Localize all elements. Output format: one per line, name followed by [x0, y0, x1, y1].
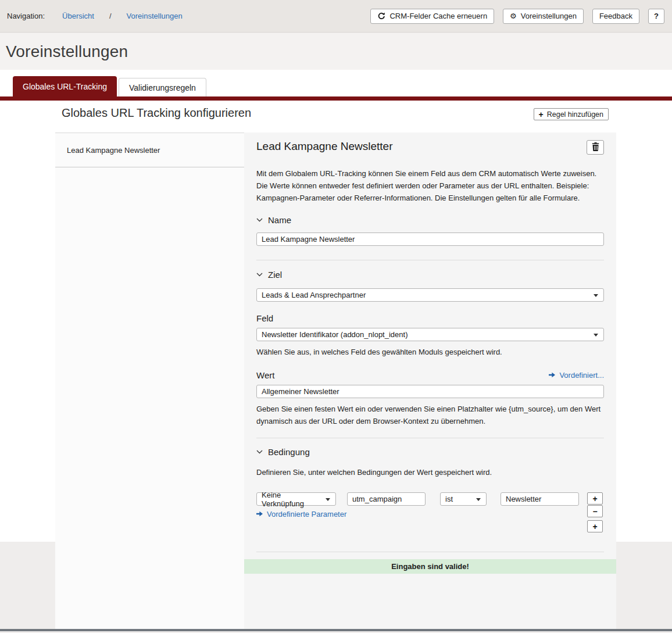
feld-help-text: Wählen Sie aus, in welches Feld des gewä… — [256, 346, 604, 358]
chevron-down-icon — [256, 218, 263, 222]
chevron-down-icon — [256, 450, 263, 454]
chevron-down-icon — [256, 273, 263, 277]
rules-layout: Lead Kampagne Newsletter Lead Kampagne N… — [55, 133, 616, 629]
tab-validierungsregeln[interactable]: Validierungsregeln — [119, 78, 206, 96]
accent-bar — [0, 96, 672, 101]
add-condition-below-button[interactable]: + — [587, 520, 603, 532]
caret-down-icon — [594, 334, 598, 337]
content-header: Globales URL Tracking konfigurieren + Re… — [0, 106, 672, 124]
section-divider — [256, 260, 604, 260]
add-rule-button[interactable]: + Regel hinzufügen — [534, 108, 609, 120]
bedingung-help-text: Definieren Sie, unter welchen Bedingunge… — [256, 466, 604, 478]
wert-input[interactable] — [256, 385, 604, 398]
trash-icon — [592, 142, 599, 153]
topbar-actions: CRM-Felder Cache erneuern ⚙ Voreinstellu… — [370, 9, 672, 24]
refresh-icon — [377, 12, 385, 21]
rule-list: Lead Kampagne Newsletter — [55, 133, 244, 629]
validation-status-banner: Eingaben sind valide! — [244, 559, 616, 574]
condition-operator-select[interactable]: ist — [440, 492, 487, 506]
condition-parameter-input[interactable] — [347, 492, 426, 506]
vordefinierte-parameter-link-label: Vordefinierte Parameter — [267, 510, 346, 518]
page-title-band: Voreinstellungen — [0, 33, 672, 70]
vordefiniert-link[interactable]: Vordefiniert... — [549, 371, 604, 380]
section-header-name[interactable]: Name — [256, 215, 604, 225]
section-header-ziel[interactable]: Ziel — [256, 270, 604, 280]
add-rule-button-label: Regel hinzufügen — [547, 110, 603, 119]
condition-editor: + − + Keine Verknüpfung ist — [256, 492, 604, 538]
add-condition-above-button[interactable]: + — [587, 492, 603, 505]
section-divider — [256, 438, 604, 438]
tab-globales-url-tracking[interactable]: Globales URL-Tracking — [13, 76, 117, 96]
help-button[interactable]: ? — [648, 9, 664, 24]
condition-conjunction-value: Keine Verknüpfung — [262, 491, 321, 508]
target-module-value: Leads & Lead Ansprechpartner — [262, 291, 366, 299]
caret-down-icon — [476, 498, 481, 501]
field-select-value: Newsletter Identifikator (addon_nlopt_id… — [262, 330, 408, 339]
help-icon: ? — [654, 12, 659, 20]
voreinstellungen-button[interactable]: ⚙ Voreinstellungen — [503, 9, 584, 24]
section-divider — [256, 552, 604, 552]
field-select[interactable]: Newsletter Identifikator (addon_nlopt_id… — [256, 328, 604, 341]
rule-detail-panel: Lead Kampagne Newsletter Mit dem Globale… — [244, 133, 616, 629]
condition-value-input[interactable] — [501, 492, 579, 506]
plus-icon: + — [539, 110, 544, 119]
voreinstellungen-button-label: Voreinstellungen — [521, 12, 577, 20]
wert-label: Wert — [256, 370, 274, 380]
feld-label: Feld — [256, 313, 604, 323]
vordefiniert-link-label: Vordefiniert... — [559, 371, 604, 380]
breadcrumb-link-voreinstellungen[interactable]: Voreinstellungen — [127, 12, 183, 20]
breadcrumb-link-uebersicht[interactable]: Übersicht — [62, 12, 94, 20]
tab-bar: Globales URL-Tracking Validierungsregeln — [0, 70, 672, 96]
arrow-right-icon — [549, 371, 555, 380]
caret-down-icon — [326, 498, 330, 501]
breadcrumb: Navigation: Übersicht / Voreinstellungen — [0, 12, 183, 20]
condition-row-buttons: + − + — [587, 492, 603, 532]
rule-detail-header: Lead Kampagne Newsletter — [256, 133, 604, 155]
rule-detail-title: Lead Kampagne Newsletter — [256, 140, 392, 153]
condition-operator-value: ist — [445, 495, 453, 503]
crm-cache-refresh-button[interactable]: CRM-Felder Cache erneuern — [370, 9, 494, 24]
wert-help-text: Geben Sie einen festen Wert ein oder ver… — [256, 403, 604, 427]
remove-condition-button[interactable]: − — [587, 505, 603, 517]
section-label-name: Name — [268, 215, 291, 225]
app-window: Navigation: Übersicht / Voreinstellungen… — [0, 0, 672, 633]
condition-row: Keine Verknüpfung ist — [256, 492, 604, 506]
rule-description: Mit dem Globalem URL-Tracking können Sie… — [256, 167, 604, 204]
condition-conjunction-select[interactable]: Keine Verknüpfung — [256, 492, 336, 506]
vordefinierte-parameter-link[interactable]: Vordefinierte Parameter — [256, 510, 346, 518]
caret-down-icon — [594, 294, 598, 297]
page-title: Voreinstellungen — [0, 33, 672, 61]
bottom-edge — [0, 629, 672, 631]
gear-icon: ⚙ — [510, 12, 517, 20]
content-heading: Globales URL Tracking konfigurieren — [62, 106, 251, 120]
section-label-ziel: Ziel — [268, 270, 282, 280]
top-navigation-bar: Navigation: Übersicht / Voreinstellungen… — [0, 0, 672, 33]
delete-rule-button[interactable] — [587, 140, 604, 155]
breadcrumb-separator: / — [109, 12, 112, 20]
breadcrumb-label: Navigation: — [7, 12, 45, 20]
section-header-bedingung[interactable]: Bedingung — [256, 447, 604, 457]
feedback-button[interactable]: Feedback — [592, 9, 639, 24]
rule-list-item[interactable]: Lead Kampagne Newsletter — [55, 133, 244, 167]
target-module-select[interactable]: Leads & Lead Ansprechpartner — [256, 288, 604, 302]
section-label-bedingung: Bedingung — [268, 447, 310, 457]
feedback-button-label: Feedback — [599, 12, 632, 20]
arrow-right-icon — [256, 510, 263, 518]
name-input[interactable] — [256, 233, 604, 246]
crm-cache-refresh-label: CRM-Felder Cache erneuern — [389, 12, 487, 20]
